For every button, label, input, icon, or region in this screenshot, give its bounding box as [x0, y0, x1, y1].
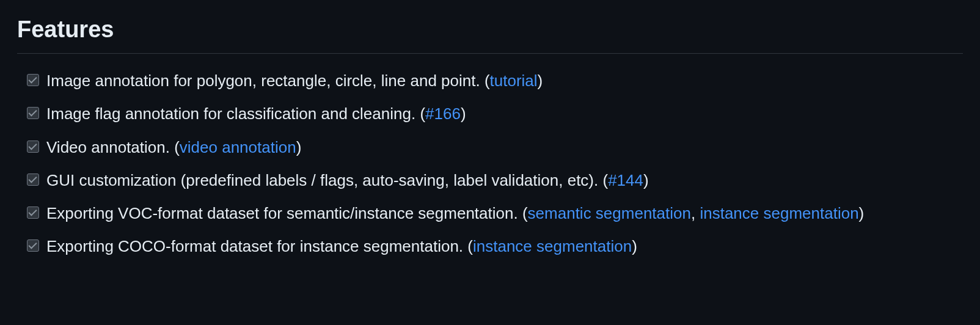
feature-text-after: ) [632, 237, 637, 255]
feature-text-after: ) [296, 138, 302, 156]
feature-item: Exporting COCO-format dataset for instan… [20, 234, 963, 258]
feature-link[interactable]: instance segmentation [700, 204, 858, 222]
feature-link[interactable]: instance segmentation [473, 237, 632, 255]
task-checkbox [27, 74, 39, 86]
feature-text-after: ) [461, 104, 466, 123]
feature-text: Video annotation. (video annotation) [46, 138, 301, 156]
feature-item: Exporting VOC-format dataset for semanti… [20, 201, 963, 225]
task-checkbox [27, 141, 39, 153]
features-heading: Features [17, 12, 963, 54]
feature-link[interactable]: semantic segmentation [528, 204, 691, 222]
feature-text: Image annotation for polygon, rectangle,… [46, 71, 543, 90]
feature-text-before: Image annotation for polygon, rectangle,… [46, 71, 490, 90]
task-checkbox [27, 206, 39, 219]
feature-text: Exporting VOC-format dataset for semanti… [46, 204, 864, 222]
feature-item: GUI customization (predefined labels / f… [20, 168, 963, 192]
feature-text-before: GUI customization (predefined labels / f… [46, 171, 608, 189]
feature-link[interactable]: #144 [608, 171, 643, 189]
feature-item: Image flag annotation for classification… [20, 101, 963, 126]
feature-item: Image annotation for polygon, rectangle,… [20, 68, 963, 93]
feature-text-before: Image flag annotation for classification… [46, 104, 425, 123]
task-checkbox [27, 173, 39, 186]
feature-text: GUI customization (predefined labels / f… [46, 171, 649, 189]
feature-text: Exporting COCO-format dataset for instan… [46, 237, 637, 255]
feature-link[interactable]: #166 [425, 104, 461, 123]
feature-text-after: , [691, 204, 700, 222]
task-checkbox [27, 107, 39, 119]
task-checkbox [27, 239, 39, 252]
feature-text-before: Exporting COCO-format dataset for instan… [46, 237, 473, 255]
feature-link[interactable]: tutorial [490, 71, 538, 90]
features-list: Image annotation for polygon, rectangle,… [17, 68, 963, 259]
feature-text: Image flag annotation for classification… [46, 104, 466, 123]
feature-item: Video annotation. (video annotation) [20, 135, 963, 159]
feature-text-after: ) [643, 171, 649, 189]
feature-text-after: ) [538, 71, 543, 90]
feature-text-before: Exporting VOC-format dataset for semanti… [46, 204, 528, 222]
feature-text-after: ) [859, 204, 865, 222]
feature-text-before: Video annotation. ( [46, 138, 180, 156]
feature-link[interactable]: video annotation [180, 138, 296, 156]
